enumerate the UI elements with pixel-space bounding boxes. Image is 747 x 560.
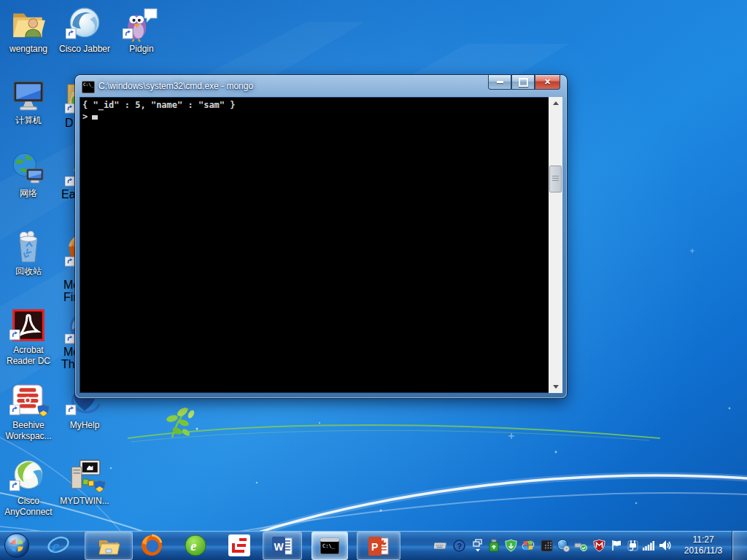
help-icon[interactable]: ? bbox=[452, 539, 465, 552]
scroll-down-button[interactable] bbox=[549, 381, 562, 393]
icon-label: 网络 bbox=[20, 188, 37, 199]
show-desktop-button[interactable] bbox=[732, 531, 747, 560]
desktop-icon-cisco-anyconnect[interactable]: Cisco AnyConnect bbox=[0, 458, 57, 518]
desktop-icon-network[interactable]: 网络 bbox=[0, 150, 57, 199]
taskbar-cmd[interactable]: C:\_ bbox=[311, 532, 348, 560]
cisco-jabber-icon bbox=[66, 6, 103, 42]
close-icon: ✕ bbox=[544, 78, 551, 86]
desktop-icon-computer[interactable]: 计算机 bbox=[0, 77, 57, 126]
icon-label: Cisco Jabber bbox=[59, 44, 110, 55]
computer-icon bbox=[10, 77, 47, 114]
clock-time: 11:27 bbox=[677, 534, 729, 545]
volume-icon[interactable] bbox=[659, 539, 672, 552]
green-browser-icon: e bbox=[184, 534, 207, 557]
power-plug-icon[interactable] bbox=[626, 539, 639, 552]
minimize-button[interactable] bbox=[488, 75, 511, 90]
show-hidden-icons-button[interactable] bbox=[471, 539, 484, 552]
icon-label: wengtang bbox=[9, 44, 47, 55]
folder-icon bbox=[97, 534, 120, 558]
taskbar-letv[interactable] bbox=[228, 534, 251, 557]
icon-label: 计算机 bbox=[15, 115, 42, 126]
taskbar-firefox[interactable] bbox=[140, 534, 163, 557]
icon-label: Beehive Workspac... bbox=[0, 420, 57, 442]
taskbar-word[interactable]: W bbox=[263, 532, 302, 560]
acrobat-reader-icon bbox=[10, 307, 47, 343]
taskbar: e e bbox=[0, 531, 747, 560]
clock-date: 2016/11/3 bbox=[677, 545, 729, 556]
start-button[interactable] bbox=[4, 532, 30, 559]
maximize-icon bbox=[519, 78, 528, 87]
action-center-flag-icon[interactable] bbox=[610, 539, 623, 552]
security-shield-icon[interactable] bbox=[504, 539, 517, 552]
desktop: wengtang Cisco Jabber bbox=[0, 0, 747, 560]
icon-label: Pidgin bbox=[129, 44, 153, 55]
console-line-1: { "_id" : 5, "name" : "sam" } bbox=[82, 100, 236, 110]
uac-shield-badge bbox=[93, 480, 106, 496]
scrollbar-thumb[interactable] bbox=[549, 166, 562, 192]
pidgin-icon bbox=[123, 6, 160, 42]
hidden-d-label: D bbox=[65, 117, 74, 130]
taskbar-clock[interactable]: 11:27 2016/11/3 bbox=[677, 534, 729, 556]
svg-text:W: W bbox=[274, 541, 285, 553]
console-prompt: > bbox=[82, 112, 88, 122]
recycle-bin-icon bbox=[10, 228, 47, 265]
console-cursor bbox=[92, 115, 98, 120]
shortcut-arrow-badge bbox=[123, 28, 133, 42]
svg-text:e: e bbox=[52, 537, 60, 556]
minimize-icon bbox=[497, 81, 503, 83]
cmd-window: C:\_ C:\windows\system32\cmd.exe - mongo… bbox=[75, 75, 567, 398]
internet-explorer-icon: e bbox=[47, 534, 70, 557]
usb-drive-icon[interactable] bbox=[487, 539, 500, 552]
cmd-icon: C:\_ bbox=[319, 535, 341, 557]
network-globe-icon[interactable] bbox=[557, 539, 570, 552]
shortcut-arrow-badge bbox=[9, 330, 20, 343]
taskbar-internet-explorer[interactable]: e bbox=[47, 534, 70, 557]
scroll-up-button[interactable] bbox=[549, 97, 562, 109]
letv-icon bbox=[228, 534, 251, 557]
network-signal-icon[interactable] bbox=[642, 539, 655, 552]
icon-label: Acrobat Reader DC bbox=[0, 345, 57, 367]
shortcut-arrow-badge bbox=[66, 28, 77, 42]
keyboard-icon[interactable] bbox=[434, 539, 447, 552]
desktop-icon-recycle-bin[interactable]: 回收站 bbox=[0, 228, 57, 277]
anyconnect-icon bbox=[10, 458, 47, 494]
window-title: C:\windows\system32\cmd.exe - mongo bbox=[98, 81, 253, 91]
desktop-icon-acrobat-reader[interactable]: Acrobat Reader DC bbox=[0, 307, 57, 367]
mcafee-icon[interactable] bbox=[592, 539, 605, 552]
taskbar-windows-explorer[interactable] bbox=[85, 532, 133, 560]
svg-text:e: e bbox=[190, 538, 197, 553]
shortcut-arrow-badge bbox=[65, 257, 75, 267]
maximize-button[interactable] bbox=[511, 75, 535, 90]
desktop-icon-pidgin[interactable]: Pidgin bbox=[113, 6, 170, 55]
desktop-icon-mydtwin[interactable]: MYDTWIN... bbox=[56, 458, 113, 507]
taskbar-powerpoint[interactable]: P bbox=[357, 532, 400, 560]
firefox-icon bbox=[140, 534, 163, 557]
desktop-icon-cisco-jabber[interactable]: Cisco Jabber bbox=[56, 6, 113, 55]
console-output[interactable]: { "_id" : 5, "name" : "sam" }> bbox=[80, 97, 549, 393]
icon-label: 回收站 bbox=[15, 266, 42, 277]
scroll-down-icon bbox=[553, 385, 559, 389]
icon-label: MyHelp bbox=[70, 420, 100, 431]
close-button[interactable]: ✕ bbox=[535, 75, 560, 90]
shortcut-arrow-badge bbox=[9, 405, 20, 419]
title-bar[interactable]: C:\_ C:\windows\system32\cmd.exe - mongo… bbox=[75, 75, 567, 97]
user-folder-icon bbox=[10, 6, 47, 42]
desktop-icon-beehive-workspace[interactable]: Beehive Workspac... bbox=[0, 382, 57, 442]
remote-desktop-icon[interactable] bbox=[540, 539, 553, 552]
shortcut-arrow-badge bbox=[65, 176, 75, 187]
beehive-icon bbox=[10, 382, 47, 419]
shortcut-arrow-badge bbox=[9, 481, 20, 494]
windows-update-icon[interactable] bbox=[522, 539, 535, 552]
desktop-icon-wengtang[interactable]: wengtang bbox=[0, 6, 57, 55]
taskbar-green-browser[interactable]: e bbox=[184, 534, 207, 557]
shortcut-arrow-badge bbox=[65, 104, 75, 114]
icon-label: Cisco AnyConnect bbox=[0, 496, 57, 518]
svg-text:?: ? bbox=[457, 541, 462, 550]
console-client-area: { "_id" : 5, "name" : "sam" }> bbox=[80, 97, 562, 393]
shortcut-arrow-badge bbox=[66, 405, 77, 419]
cmd-window-icon: C:\_ bbox=[82, 81, 95, 93]
vertical-scrollbar[interactable] bbox=[549, 97, 562, 393]
safely-remove-hardware-icon[interactable] bbox=[574, 539, 587, 552]
powerpoint-icon: P bbox=[368, 535, 390, 557]
network-icon bbox=[10, 150, 47, 187]
